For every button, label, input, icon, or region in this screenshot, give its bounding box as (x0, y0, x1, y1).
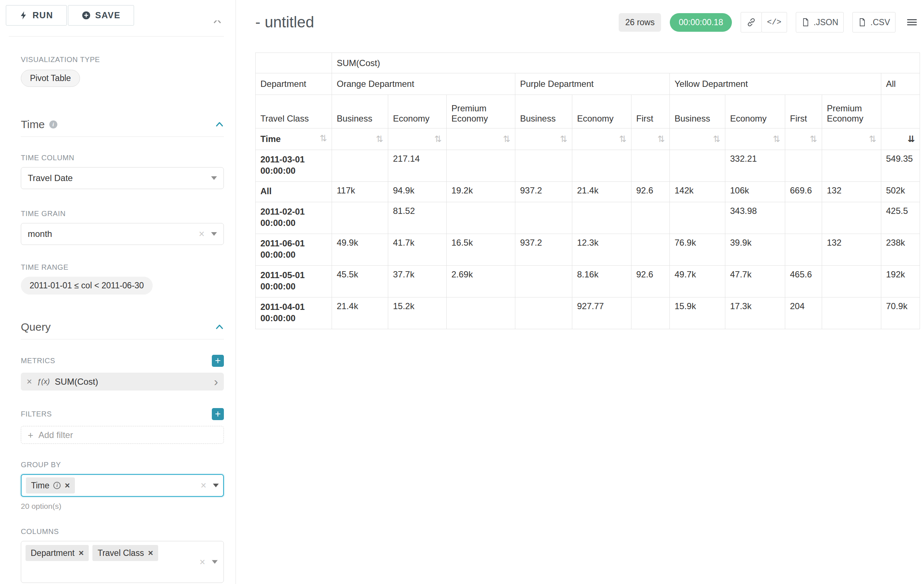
time-range-label: TIME RANGE (21, 263, 224, 271)
pivot-cell (822, 266, 881, 298)
lightning-icon (19, 11, 28, 20)
collapse-chevron-icon[interactable] (213, 20, 222, 26)
pivot-class-header: Economy (572, 95, 632, 128)
group-by-label: GROUP BY (21, 461, 224, 469)
more-options-button[interactable] (904, 12, 920, 33)
remove-pill-icon[interactable]: × (148, 549, 153, 558)
sort-icon[interactable]: ⇅ (434, 135, 442, 143)
metric-pill[interactable]: × ƒ(x) SUM(Cost) › (21, 373, 224, 391)
info-icon[interactable]: i (49, 120, 57, 128)
pivot-cell: 332.21 (725, 150, 785, 182)
pivot-cell: 70.9k (881, 298, 920, 329)
sort-icon[interactable]: ⇅ (713, 135, 720, 143)
remove-pill-icon[interactable]: × (79, 549, 84, 558)
info-icon[interactable]: i (53, 482, 61, 489)
plus-icon: + (28, 430, 33, 440)
sort-icon[interactable]: ⇅ (503, 135, 510, 143)
sort-icon[interactable]: ⇅ (773, 135, 780, 143)
pivot-cell: 15.9k (670, 298, 725, 329)
pivot-cell: 132 (822, 234, 881, 266)
run-button[interactable]: RUN (6, 5, 67, 26)
pivot-cell (632, 202, 670, 234)
pivot-cell (822, 150, 881, 182)
clear-icon[interactable]: × (200, 557, 205, 567)
pivot-cell: 937.2 (515, 182, 572, 202)
pivot-cell: 49.7k (670, 266, 725, 298)
pivot-cell (822, 298, 881, 329)
pivot-cell (447, 150, 515, 182)
pivot-cell: 39.9k (725, 234, 785, 266)
pivot-corner-cell (256, 53, 332, 73)
pivot-cell: 45.5k (332, 266, 388, 298)
pivot-cell: 425.5 (881, 202, 920, 234)
time-section-title: Time (21, 118, 45, 131)
pivot-sort-header: ⇅ (725, 128, 785, 150)
clear-icon[interactable]: × (199, 229, 205, 239)
code-icon: </> (767, 18, 782, 27)
remove-pill-icon[interactable]: × (64, 481, 70, 490)
pivot-cell: 238k (881, 234, 920, 266)
sort-icon[interactable]: ⇅ (657, 135, 665, 143)
pivot-cell (447, 298, 515, 329)
add-metric-button[interactable]: + (212, 355, 224, 367)
pivot-cell: 92.6 (632, 182, 670, 202)
pivot-cell (785, 202, 822, 234)
pivot-col-axis2-label: Travel Class (256, 95, 332, 128)
export-json-button[interactable]: .JSON (796, 12, 844, 33)
pivot-cell: 217.14 (388, 150, 447, 182)
pivot-cell: 106k (725, 182, 785, 202)
columns-pill[interactable]: Travel Class× (92, 545, 158, 561)
remove-metric-icon[interactable]: × (26, 376, 32, 387)
table-row: All117k94.9k19.2k937.221.4k92.6142k106k6… (256, 182, 920, 202)
sort-icon[interactable]: ⇅ (320, 134, 327, 143)
sort-icon[interactable]: ⇅ (619, 135, 626, 143)
time-column-select[interactable]: Travel Date (21, 167, 224, 189)
chevron-down-icon (211, 176, 217, 180)
sort-icon[interactable]: ⇅ (810, 135, 817, 143)
sort-icon[interactable]: ⇅ (869, 135, 876, 143)
pivot-cell: 204 (785, 298, 822, 329)
pivot-all-header: All (881, 73, 920, 95)
pivot-sort-header: ⇊ (881, 128, 920, 150)
pivot-class-header: Economy (388, 95, 447, 128)
time-range-pill[interactable]: 2011-01-01 ≤ col < 2011-06-30 (21, 277, 153, 294)
clear-icon[interactable]: × (201, 481, 206, 490)
group-by-pill[interactable]: Timei× (26, 477, 75, 494)
add-filter-button[interactable]: + Add filter (21, 426, 224, 444)
chevron-up-icon[interactable] (215, 120, 224, 129)
pivot-cell: 142k (670, 182, 725, 202)
pivot-class-header: First (785, 95, 822, 128)
pivot-cell: 8.16k (572, 266, 632, 298)
chevron-up-icon[interactable] (215, 322, 224, 331)
export-csv-button[interactable]: .CSV (852, 12, 896, 33)
chart-title[interactable]: - untitled (255, 13, 314, 31)
pivot-class-header: Premium Economy (822, 95, 881, 128)
group-by-select[interactable]: Timei× × (21, 474, 224, 497)
sort-icon[interactable]: ⇅ (560, 135, 567, 143)
row-count-badge: 26 rows (619, 13, 662, 32)
embed-code-button[interactable]: </> (761, 12, 787, 33)
copy-link-button[interactable] (741, 12, 762, 33)
chevron-right-icon[interactable]: › (214, 377, 218, 387)
time-column-label: TIME COLUMN (21, 154, 224, 162)
pivot-cell (670, 202, 725, 234)
columns-select[interactable]: Department×Travel Class× × (21, 541, 224, 583)
viz-type-pill[interactable]: Pivot Table (21, 70, 80, 87)
sort-icon[interactable]: ⇅ (376, 135, 383, 143)
pivot-row-label: All (256, 182, 332, 202)
pivot-cell (515, 202, 572, 234)
columns-pill[interactable]: Department× (26, 545, 89, 561)
add-filter-plus-button[interactable]: + (212, 408, 224, 420)
pivot-cell: 21.4k (332, 298, 388, 329)
pivot-cell (822, 202, 881, 234)
save-button[interactable]: SAVE (68, 5, 134, 26)
pivot-cell: 12.3k (572, 234, 632, 266)
time-grain-select[interactable]: month × (21, 223, 224, 245)
sort-desc-icon[interactable]: ⇊ (908, 135, 915, 143)
table-row: 2011-04-01 00:00:0021.4k15.2k927.7715.9k… (256, 298, 920, 329)
pivot-cell: 21.4k (572, 182, 632, 202)
pivot-metric-header: SUM(Cost) (332, 53, 920, 73)
visualization-type-label: VISUALIZATION TYPE (21, 56, 224, 64)
plus-circle-icon (81, 11, 91, 20)
pivot-group-header: Purple Department (515, 73, 670, 95)
